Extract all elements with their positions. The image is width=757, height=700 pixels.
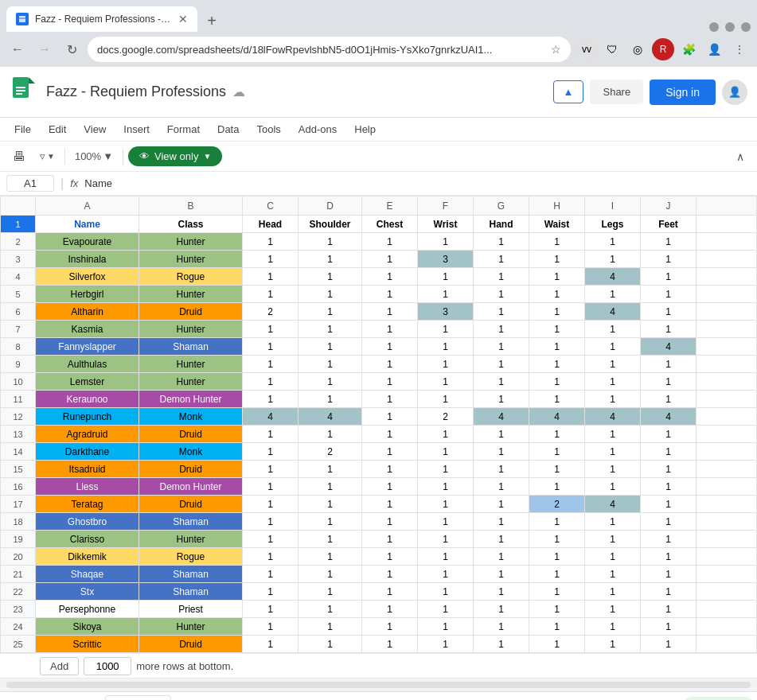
col-header-h[interactable]: H (529, 196, 585, 216)
cell-waist[interactable]: 1 (529, 601, 585, 618)
row-number[interactable]: 6 (1, 303, 36, 321)
cell-waist[interactable]: Waist (529, 216, 585, 233)
cell-shoulder[interactable]: 1 (299, 356, 362, 373)
cell-chest[interactable]: 1 (362, 338, 418, 356)
cell-feet[interactable]: 1 (641, 373, 697, 391)
cell-feet[interactable]: 1 (641, 356, 697, 373)
cell-class[interactable]: Hunter (139, 618, 243, 636)
cell-name[interactable]: Darkthane (36, 443, 139, 461)
cell-wrist[interactable]: 1 (418, 513, 474, 531)
cell-hand[interactable]: 1 (474, 356, 529, 373)
cell-waist[interactable]: 1 (529, 478, 585, 496)
print-button[interactable]: 🖶 (6, 146, 32, 167)
menu-edit[interactable]: Edit (41, 120, 74, 138)
cell-chest[interactable]: 1 (362, 286, 418, 303)
cell-chest[interactable]: 1 (362, 566, 418, 583)
cell-waist[interactable]: 1 (529, 618, 585, 636)
cell-class[interactable]: Monk (139, 443, 243, 461)
cell-shoulder[interactable]: 2 (299, 443, 362, 461)
row-number[interactable]: 24 (1, 618, 36, 636)
cell-chest[interactable]: 1 (362, 321, 418, 338)
cell-name[interactable]: Stx (36, 583, 139, 601)
row-number[interactable]: 12 (1, 408, 36, 426)
cell-feet[interactable]: 1 (641, 461, 697, 478)
menu-data[interactable]: Data (209, 120, 247, 138)
cell-legs[interactable]: 1 (585, 478, 641, 496)
cell-feet[interactable]: 1 (641, 548, 697, 566)
row-number[interactable]: 5 (1, 286, 36, 303)
cell-head[interactable]: 1 (243, 356, 299, 373)
cell-legs[interactable]: 1 (585, 531, 641, 548)
cell-reference[interactable]: A1 (6, 175, 54, 192)
cell-waist[interactable]: 1 (529, 531, 585, 548)
cell-class[interactable]: Shaman (139, 583, 243, 601)
cell-chest[interactable]: 1 (362, 513, 418, 531)
cell-name[interactable]: Teratag (36, 496, 139, 513)
cell-head[interactable]: 1 (243, 443, 299, 461)
cell-shoulder[interactable]: 1 (299, 461, 362, 478)
cell-name[interactable]: Herbgirl (36, 286, 139, 303)
cell-wrist[interactable]: 1 (418, 426, 474, 443)
cell-hand[interactable]: 1 (474, 251, 529, 268)
cell-shoulder[interactable]: 1 (299, 286, 362, 303)
forward-button[interactable]: → (33, 38, 56, 60)
cell-shoulder[interactable]: 1 (299, 583, 362, 601)
cell-name[interactable]: Aulthulas (36, 356, 139, 373)
cell-wrist[interactable]: 1 (418, 548, 474, 566)
cell-legs[interactable]: 1 (585, 548, 641, 566)
cell-class[interactable]: Shaman (139, 513, 243, 531)
cell-name[interactable]: Lless (36, 478, 139, 496)
cell-name[interactable]: Altharin (36, 303, 139, 321)
collapse-button[interactable]: ∧ (730, 147, 751, 166)
cell-hand[interactable]: 1 (474, 391, 529, 408)
cell-wrist[interactable]: 1 (418, 618, 474, 636)
menu-view[interactable]: View (76, 120, 114, 138)
minimize-button[interactable] (709, 22, 719, 32)
cell-legs[interactable]: 1 (585, 601, 641, 618)
cell-shoulder[interactable]: 1 (299, 391, 362, 408)
cell-hand[interactable]: 1 (474, 338, 529, 356)
cell-shoulder[interactable]: 1 (299, 531, 362, 548)
cell-head[interactable]: 1 (243, 391, 299, 408)
puzzle-icon[interactable]: 🧩 (677, 38, 700, 60)
row-number[interactable]: 1 (1, 216, 36, 233)
cell-shoulder[interactable]: 1 (299, 373, 362, 391)
cell-waist[interactable]: 1 (529, 566, 585, 583)
col-header-f[interactable]: F (418, 196, 474, 216)
cell-wrist[interactable]: 3 (418, 303, 474, 321)
cell-class[interactable]: Hunter (139, 286, 243, 303)
cell-legs[interactable]: 1 (585, 356, 641, 373)
cell-class[interactable]: Druid (139, 426, 243, 443)
menu-tools[interactable]: Tools (248, 120, 288, 138)
tab-close-icon[interactable]: ✕ (178, 13, 188, 25)
cell-waist[interactable]: 1 (529, 286, 585, 303)
cell-feet[interactable]: 1 (641, 618, 697, 636)
cell-legs[interactable]: 1 (585, 286, 641, 303)
refresh-button[interactable]: ↻ (60, 38, 83, 60)
cell-hand[interactable]: Hand (474, 216, 529, 233)
cell-shoulder[interactable]: 4 (299, 408, 362, 426)
row-number[interactable]: 3 (1, 251, 36, 268)
cell-name[interactable]: Lemster (36, 373, 139, 391)
cell-head[interactable]: 1 (243, 426, 299, 443)
cell-feet[interactable]: 1 (641, 513, 697, 531)
sheet-tab-jewel[interactable]: Jewel ▼ (275, 697, 330, 701)
cell-head[interactable]: 1 (243, 338, 299, 356)
cell-class[interactable]: Rogue (139, 548, 243, 566)
cell-feet[interactable]: 1 (641, 601, 697, 618)
cell-class[interactable]: Demon Hunter (139, 391, 243, 408)
cell-wrist[interactable]: 1 (418, 268, 474, 286)
cell-class[interactable]: Druid (139, 303, 243, 321)
cell-chest[interactable]: Chest (362, 216, 418, 233)
cell-waist[interactable]: 1 (529, 321, 585, 338)
cell-chest[interactable]: 1 (362, 426, 418, 443)
cell-wrist[interactable]: 1 (418, 566, 474, 583)
cell-name[interactable]: Fannyslapper (36, 338, 139, 356)
cell-head[interactable]: Head (243, 216, 299, 233)
bookmark-icon[interactable]: ☆ (551, 43, 561, 56)
cell-waist[interactable]: 1 (529, 233, 585, 251)
cell-head[interactable]: 1 (243, 321, 299, 338)
cell-shoulder[interactable]: Shoulder (299, 216, 362, 233)
cell-chest[interactable]: 1 (362, 391, 418, 408)
cell-hand[interactable]: 1 (474, 303, 529, 321)
